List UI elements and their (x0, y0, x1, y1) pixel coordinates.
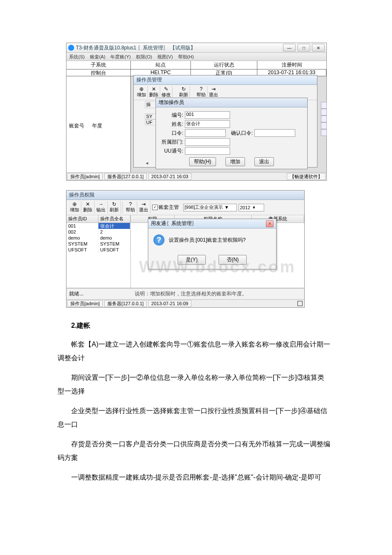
add-op-body: 编号: 001 姓名: 张会计 口令: 确认口令: (156, 107, 307, 169)
tool-help-label: 帮助 (196, 92, 206, 97)
plus-icon: ⊕ (68, 202, 81, 207)
list-item[interactable]: UFSOFTUFSOFT (66, 247, 130, 253)
section-heading: 2.建帐 (58, 319, 330, 332)
operator-permission-window: 操作员权限 ⊕增加 ✕删除 →输出 ↻刷新 ?帮助 ⇥退出 ✓ 账套主管 [99… (66, 190, 305, 308)
chk-label: 账套主管 (159, 204, 179, 211)
help-button[interactable]: 帮助(H) (189, 157, 216, 166)
left-pane: 账套号 年度 (66, 76, 131, 172)
perm-tool-refresh[interactable]: ↻刷新 (108, 201, 121, 214)
scroll-left-icon[interactable]: ◄ (145, 161, 149, 165)
no-button[interactable]: 否(N) (219, 255, 247, 265)
edit-icon: ✎ (160, 87, 172, 92)
menu-system[interactable]: 系统(S) (66, 54, 87, 60)
main-body: 账套号 年度 操作员管理 ⊕增加 ✕删除 ✎修改 ↻刷新 ?帮助 (66, 76, 326, 172)
tool-delete[interactable]: ✕删除 (148, 86, 160, 98)
resize-grip-icon (297, 301, 303, 306)
side-tab-2[interactable] (321, 109, 327, 116)
input-pwd2[interactable] (254, 129, 295, 137)
confirm-buttons: 是(Y) 否(N) (148, 251, 276, 269)
list-item[interactable]: SYSTEMSYSTEM (66, 241, 130, 247)
close-button[interactable]: ✕ (312, 44, 325, 52)
help-icon: ? (124, 202, 137, 207)
doc-p3: 企业类型一选择行业性质一选择账套主管一口按行业性质预置科目一[下一步]④基础信息… (58, 404, 330, 431)
cell-op-name: SYSTEM (98, 241, 130, 247)
maximize-button[interactable]: □ (297, 44, 310, 52)
tool-del-label: 删除 (149, 92, 159, 97)
list-item[interactable]: demodemo (66, 235, 130, 241)
side-tab-4[interactable] (321, 122, 327, 129)
combo-year-value: 2012 (240, 205, 250, 210)
col-status: 运行状态 (191, 61, 257, 69)
tool-exit[interactable]: ⇥退出 (208, 86, 219, 98)
confirm-body: ? 设置操作员:[001]账套主管权限吗? (148, 228, 276, 251)
menu-permission[interactable]: 权限(O) (133, 54, 155, 60)
refresh-icon: ↻ (178, 87, 190, 92)
menu-view[interactable]: 视图(V) (155, 54, 176, 60)
label-id: 编号: (160, 112, 183, 119)
perm-tool-del[interactable]: ✕删除 (81, 201, 95, 214)
side-tab-1[interactable] (321, 102, 327, 109)
tool-refresh[interactable]: ↻刷新 (178, 86, 190, 98)
side-tab-3[interactable] (321, 116, 327, 122)
statusbar: 操作员[admin] 服务器[127.0.0.1] 2013-07-21 16:… (66, 172, 326, 180)
minimize-button[interactable]: — (283, 44, 296, 52)
help-icon: ? (195, 87, 207, 92)
input-pwd[interactable] (185, 129, 226, 137)
list-item[interactable]: 0022 (66, 229, 130, 235)
grid-header: 子系统 站点 运行状态 注册时间 (66, 61, 326, 69)
document-text: 2.建帐 帐套【A)一建立一进入创建帐套向导一①账套信息一录入账套名称一修改启用… (58, 319, 330, 484)
input-dept[interactable] (185, 138, 230, 146)
side-tabs (321, 102, 327, 136)
menu-account[interactable]: 账套(A) (87, 54, 108, 60)
cell-op-id: demo (66, 235, 98, 241)
tool-help[interactable]: ?帮助 (195, 86, 208, 98)
tool-edit-label: 修改 (161, 92, 171, 97)
status-brand: 【畅捷通软件】 (287, 173, 326, 180)
cell-op-id: UFSOFT (66, 247, 98, 253)
window-buttons: — □ ✕ (283, 44, 325, 52)
col-regtime: 注册时间 (257, 61, 326, 69)
perm-body: 操作员ID 操作员全名 001张会计0022demodemoSYSTEMSYST… (66, 215, 304, 288)
status-time: 2013-07-21 16:03 (148, 173, 191, 180)
input-uu[interactable] (185, 147, 230, 155)
confirm-titlebar: 用友通〖系统管理〗 ✕ (148, 219, 276, 228)
col-site: 站点 (131, 61, 191, 69)
exit-button[interactable]: 退出 (254, 157, 274, 166)
input-id[interactable]: 001 (185, 111, 230, 119)
tool-add[interactable]: ⊕增加 (135, 86, 148, 98)
export-icon: → (95, 202, 107, 207)
yes-button[interactable]: 是(Y) (178, 255, 206, 265)
perm-tool-exit[interactable]: ⇥退出 (137, 201, 150, 214)
combo-account[interactable]: [998]工业企业演示 ▼ (183, 204, 237, 211)
col-op-id: 操作员ID (66, 215, 98, 223)
doc-p5: 一调整数据精度一建账成功-提示是否启用帐套-是-选择"总账"-会计期间-确定-是… (58, 471, 330, 484)
side-tab-5[interactable] (321, 129, 327, 136)
input-name[interactable]: 张会计 (185, 120, 230, 128)
plus-icon: ⊕ (135, 87, 147, 92)
combo-year[interactable]: 2012 ▼ (239, 204, 264, 211)
perm-title: 操作员权限 (66, 191, 304, 200)
x-icon: ✕ (81, 202, 94, 207)
add-operator-dialog: 增加操作员 编号: 001 姓名: 张会计 口令: (156, 98, 308, 169)
perm-tool-export[interactable]: →输出 (95, 201, 108, 214)
exit-icon: ⇥ (208, 87, 219, 92)
close-icon[interactable]: ✕ (266, 220, 274, 227)
perm-tool-add[interactable]: ⊕增加 (68, 201, 81, 214)
chk-account-master[interactable]: ✓ 账套主管 (152, 204, 179, 211)
tool-edit[interactable]: ✎修改 (160, 86, 173, 98)
add-op-buttons: 帮助(H) 增加 退出 (160, 157, 303, 166)
col-op-name: 操作员全名 (98, 215, 130, 223)
left-labels: 账套号 年度 (69, 122, 102, 130)
menu-year[interactable]: 年度账(Y) (108, 54, 133, 60)
label-account-no: 账套号 (69, 122, 84, 130)
menu-help[interactable]: 帮助(H) (176, 54, 196, 60)
label-pwd: 口令: (160, 130, 183, 137)
app-icon (68, 45, 74, 51)
list-item[interactable]: 001张会计 (66, 223, 130, 229)
add-button[interactable]: 增加 (225, 157, 245, 166)
perm-tool-help[interactable]: ?帮助 (124, 201, 137, 214)
label-uu: UU通号: (160, 147, 183, 155)
perm-left-list: 操作员ID 操作员全名 001张会计0022demodemoSYSTEMSYST… (66, 215, 131, 288)
tool-refresh-label: 刷新 (179, 92, 188, 97)
confirm-title: 用友通〖系统管理〗 (151, 220, 197, 227)
